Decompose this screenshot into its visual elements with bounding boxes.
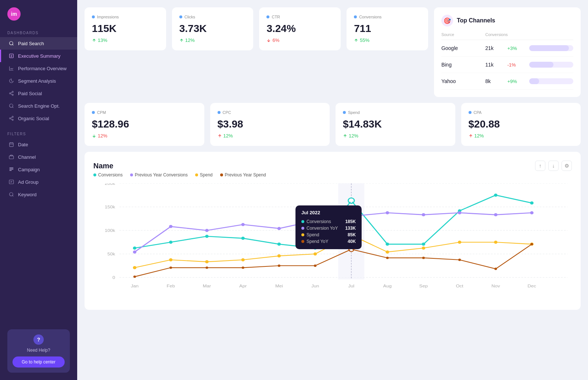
chart-header: Name ↑ ↓ ⚙ bbox=[93, 161, 572, 171]
help-center-button[interactable]: Go to help center bbox=[12, 356, 65, 368]
logo-icon: im bbox=[7, 7, 21, 21]
metric-change: 12% bbox=[343, 133, 448, 139]
legend-dot bbox=[195, 173, 198, 176]
svg-point-8 bbox=[12, 116, 14, 118]
metric-value: 711 bbox=[354, 23, 421, 35]
svg-text:200k: 200k bbox=[105, 183, 115, 186]
filter-campaign[interactable]: Campaign bbox=[0, 163, 77, 176]
sidebar-item-segment-analysis[interactable]: Segment Analysis bbox=[0, 75, 77, 87]
legend-dot bbox=[220, 173, 223, 176]
sidebar-bottom: ? Need Help? Go to help center bbox=[0, 322, 77, 380]
svg-point-46 bbox=[205, 235, 208, 238]
svg-text:0: 0 bbox=[112, 275, 115, 280]
metric-value: $20.88 bbox=[469, 118, 574, 130]
channel-bar bbox=[529, 78, 573, 84]
svg-point-92 bbox=[458, 259, 461, 261]
chart-title: Name bbox=[93, 162, 113, 170]
svg-point-91 bbox=[422, 257, 425, 259]
top-channels-title: Top Channels bbox=[457, 17, 495, 24]
svg-point-3 bbox=[10, 93, 11, 94]
legend-dot bbox=[93, 173, 96, 176]
chart-container: 200k 150k 100k 50k 0 Jan Feb Mar Apr Mei… bbox=[93, 183, 572, 301]
sidebar-item-paid-search[interactable]: Paid Search bbox=[0, 37, 77, 50]
svg-text:Oct: Oct bbox=[456, 283, 464, 288]
metric-label: Impressions bbox=[92, 15, 159, 19]
metric-label: CPC bbox=[218, 110, 323, 115]
svg-point-72 bbox=[241, 258, 244, 262]
metric-card-cpa: CPA $20.88 12% bbox=[461, 103, 581, 146]
metric-label: Spend bbox=[343, 110, 448, 115]
chart-svg: 200k 150k 100k 50k 0 Jan Feb Mar Apr Mei… bbox=[93, 183, 572, 301]
svg-point-19 bbox=[10, 193, 13, 196]
metric-value: $128.96 bbox=[92, 118, 197, 130]
metric-dot bbox=[92, 111, 95, 114]
sidebar-item-search-engine-opt[interactable]: Search Engine Opt. bbox=[0, 100, 77, 112]
chart-card: Name ↑ ↓ ⚙ Conversions Previous Year Con… bbox=[85, 152, 581, 310]
svg-text:Mar: Mar bbox=[203, 283, 211, 288]
svg-point-58 bbox=[169, 225, 172, 228]
filter-label: Campaign bbox=[18, 167, 40, 172]
metric-change: 12% bbox=[179, 37, 246, 43]
metric-dot bbox=[92, 15, 95, 18]
help-icon: ? bbox=[33, 334, 44, 345]
filter-date[interactable]: Date bbox=[0, 138, 77, 151]
chart-upload-button[interactable]: ↑ bbox=[535, 161, 545, 171]
channel-row-bing: Bing 11k -1% bbox=[441, 57, 573, 73]
svg-point-59 bbox=[205, 229, 208, 232]
svg-point-56 bbox=[530, 201, 533, 205]
svg-point-7 bbox=[10, 104, 13, 107]
chart-icon bbox=[8, 65, 14, 71]
main-content: Impressions 115K 13% Clicks 3.73K 12% CT… bbox=[77, 0, 588, 380]
svg-point-0 bbox=[10, 42, 13, 45]
svg-point-73 bbox=[277, 254, 281, 258]
chart-settings-button[interactable]: ⚙ bbox=[562, 161, 572, 171]
svg-point-94 bbox=[531, 243, 533, 245]
filter-label: Date bbox=[18, 142, 28, 147]
metric-label: Conversions bbox=[354, 15, 421, 19]
svg-line-11 bbox=[11, 119, 12, 119]
metric-change: 12% bbox=[469, 133, 574, 139]
metric-change: 6% bbox=[266, 37, 333, 43]
svg-text:Aug: Aug bbox=[383, 283, 392, 288]
metric-value: $14.83K bbox=[343, 118, 448, 130]
svg-text:Sep: Sep bbox=[419, 283, 428, 288]
legend-prev-conversions: Previous Year Conversions bbox=[130, 172, 188, 178]
metric-card-ctr: CTR 3.24% 6% bbox=[259, 7, 341, 50]
metric-value: 3.73K bbox=[179, 23, 246, 35]
svg-text:Jan: Jan bbox=[131, 283, 139, 288]
svg-point-87 bbox=[314, 265, 316, 267]
svg-point-66 bbox=[458, 211, 461, 215]
svg-text:Dec: Dec bbox=[528, 283, 536, 288]
svg-point-69 bbox=[133, 266, 136, 269]
chart-download-button[interactable]: ↓ bbox=[548, 161, 559, 171]
legend-spend: Spend bbox=[195, 172, 213, 178]
filter-keyword[interactable]: Keyword bbox=[0, 188, 77, 201]
svg-point-49 bbox=[313, 247, 317, 250]
leaf-icon bbox=[8, 115, 14, 121]
svg-point-62 bbox=[313, 219, 317, 222]
svg-point-57 bbox=[133, 250, 136, 254]
metric-card-clicks: Clicks 3.73K 12% bbox=[172, 7, 254, 50]
svg-text:Jul: Jul bbox=[348, 283, 355, 288]
search-icon bbox=[8, 40, 14, 46]
filter-channel[interactable]: Channel bbox=[0, 151, 77, 163]
svg-point-71 bbox=[205, 260, 208, 264]
need-help-text: Need Help? bbox=[12, 348, 65, 353]
sidebar-item-performance-overview[interactable]: Performance Overview bbox=[0, 62, 77, 75]
sidebar-item-label: Segment Analysis bbox=[18, 78, 56, 84]
sidebar-item-organic-social[interactable]: Organic Social bbox=[0, 112, 77, 125]
sidebar-item-paid-social[interactable]: Paid Social bbox=[0, 87, 77, 100]
sidebar: im DASHBOARDS Paid Search Executive Summ… bbox=[0, 0, 77, 380]
metric-label: CPM bbox=[92, 110, 197, 115]
svg-point-55 bbox=[494, 194, 497, 197]
svg-line-12 bbox=[11, 117, 12, 118]
channels-icon: 🎯 bbox=[441, 15, 453, 26]
campaign-icon bbox=[8, 166, 14, 172]
filter-ad-group[interactable]: Ad Group bbox=[0, 176, 77, 188]
channels-table-header: Source Conversions bbox=[441, 32, 573, 40]
channel-bar-fill bbox=[529, 45, 569, 51]
metric-value: $3.98 bbox=[218, 118, 323, 130]
metric-change: 12% bbox=[92, 133, 197, 139]
legend-conversions: Conversions bbox=[93, 172, 123, 178]
sidebar-item-executive-summary[interactable]: Executive Summary bbox=[0, 50, 77, 62]
